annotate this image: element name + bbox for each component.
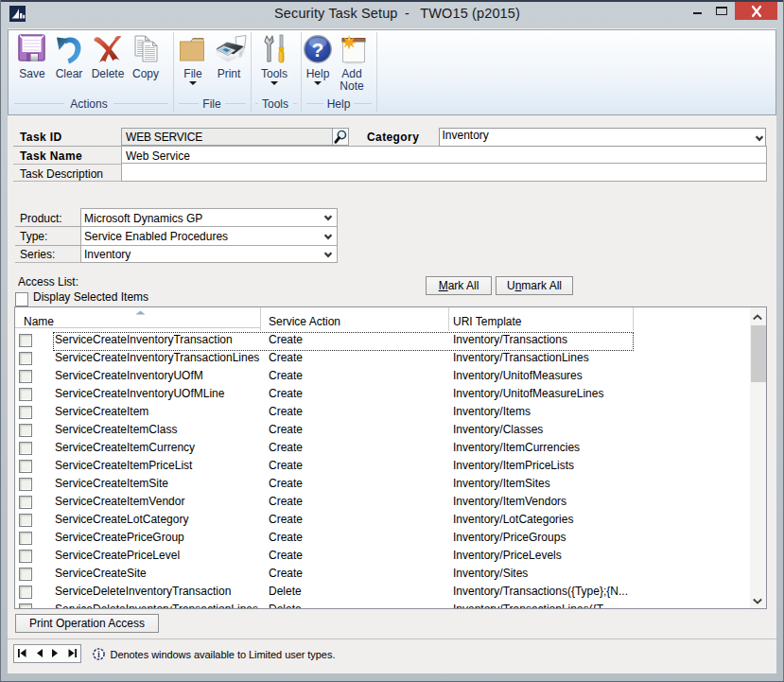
svg-text:?: ? bbox=[312, 39, 324, 61]
svg-text:i: i bbox=[97, 649, 100, 659]
